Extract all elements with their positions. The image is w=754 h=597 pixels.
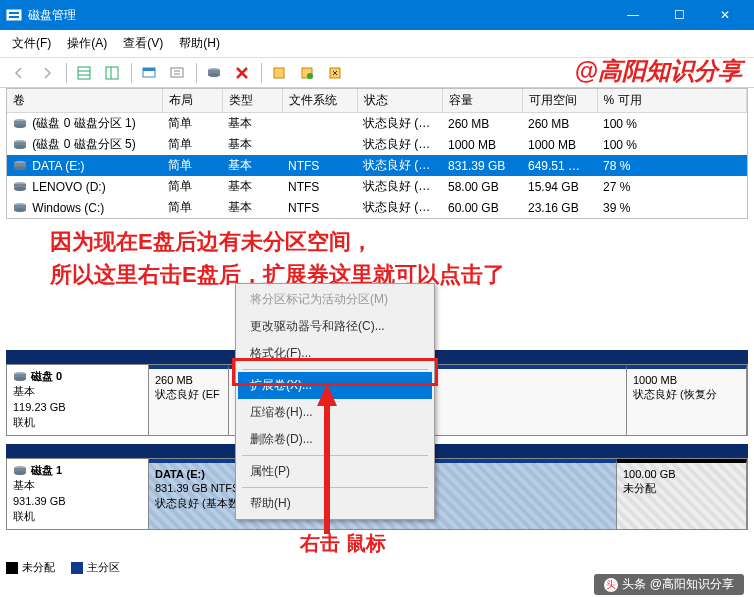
- table-row[interactable]: (磁盘 0 磁盘分区 1)简单基本状态良好 (…260 MB260 MB100 …: [7, 113, 747, 135]
- svg-point-31: [14, 187, 26, 191]
- svg-rect-10: [171, 68, 183, 77]
- svg-rect-2: [9, 16, 19, 18]
- volume-icon: [13, 139, 27, 151]
- svg-rect-1: [9, 12, 19, 14]
- legend-unalloc-swatch: [6, 562, 18, 574]
- col-percent[interactable]: % 可用: [597, 89, 747, 113]
- watermark-top: @高阳知识分享: [575, 55, 742, 87]
- disk-0-info: 磁盘 0 基本 119.23 GB 联机: [7, 365, 149, 435]
- svg-point-40: [14, 471, 26, 475]
- volume-icon: [13, 202, 27, 214]
- refresh-button[interactable]: [136, 61, 162, 85]
- ctx-mark-active: 将分区标记为活动分区(M): [238, 286, 432, 313]
- svg-point-34: [14, 208, 26, 212]
- svg-rect-9: [143, 68, 155, 71]
- col-volume[interactable]: 卷: [7, 89, 162, 113]
- view-list-button[interactable]: [71, 61, 97, 85]
- menu-bar: 文件(F) 操作(A) 查看(V) 帮助(H): [0, 30, 754, 58]
- maximize-button[interactable]: ☐: [656, 0, 702, 30]
- ctx-change-drive-letter[interactable]: 更改驱动器号和路径(C)...: [238, 313, 432, 340]
- svg-point-25: [14, 145, 26, 149]
- disk0-partition-recovery[interactable]: 1000 MB 状态良好 (恢复分: [627, 365, 747, 435]
- table-row[interactable]: LENOVO (D:)简单基本NTFS状态良好 (…58.00 GB15.94 …: [7, 176, 747, 197]
- action2-button[interactable]: [294, 61, 320, 85]
- menu-view[interactable]: 查看(V): [115, 32, 171, 55]
- table-row[interactable]: (磁盘 0 磁盘分区 5)简单基本状态良好 (…1000 MB1000 MB10…: [7, 134, 747, 155]
- disk-1-info: 磁盘 1 基本 931.39 GB 联机: [7, 459, 149, 529]
- svg-rect-16: [274, 68, 284, 78]
- table-row[interactable]: Windows (C:)简单基本NTFS状态良好 (…60.00 GB23.16…: [7, 197, 747, 218]
- volume-icon: [13, 160, 27, 172]
- disk-button[interactable]: [201, 61, 227, 85]
- menu-file[interactable]: 文件(F): [4, 32, 59, 55]
- volume-table: 卷 布局 类型 文件系统 状态 容量 可用空间 % 可用 (磁盘 0 磁盘分区 …: [6, 88, 748, 219]
- annotation-middle: 因为现在E盘后边有未分区空间， 所以这里右击E盘后，扩展券这里就可以点击了: [50, 225, 505, 291]
- svg-point-22: [14, 124, 26, 128]
- svg-point-18: [307, 73, 313, 79]
- svg-rect-6: [106, 67, 118, 79]
- col-free[interactable]: 可用空间: [522, 89, 597, 113]
- toutiao-icon: 头: [604, 578, 618, 592]
- properties-button[interactable]: [164, 61, 190, 85]
- volume-icon: [13, 181, 27, 193]
- annotation-arrow: [314, 384, 340, 534]
- forward-button[interactable]: [34, 61, 60, 85]
- legend-primary-swatch: [71, 562, 83, 574]
- footer-watermark: 头 头条 @高阳知识分享: [594, 574, 744, 595]
- delete-button[interactable]: [229, 61, 255, 85]
- table-header-row: 卷 布局 类型 文件系统 状态 容量 可用空间 % 可用: [7, 89, 747, 113]
- svg-point-15: [208, 73, 220, 77]
- highlight-frame: [232, 358, 438, 386]
- col-layout[interactable]: 布局: [162, 89, 222, 113]
- title-bar: 磁盘管理 — ☐ ✕: [0, 0, 754, 30]
- disk0-partition-0[interactable]: 260 MB 状态良好 (EF: [149, 365, 229, 435]
- close-button[interactable]: ✕: [702, 0, 748, 30]
- disk1-unallocated[interactable]: 100.00 GB 未分配: [617, 459, 747, 529]
- app-icon: [6, 7, 22, 23]
- col-filesystem[interactable]: 文件系统: [282, 89, 357, 113]
- col-capacity[interactable]: 容量: [442, 89, 522, 113]
- svg-rect-0: [7, 10, 21, 20]
- svg-point-37: [14, 377, 26, 381]
- window-title: 磁盘管理: [28, 7, 610, 24]
- svg-point-28: [14, 166, 26, 170]
- view-detail-button[interactable]: [99, 61, 125, 85]
- svg-rect-3: [78, 67, 90, 79]
- annotation-arrow-label: 右击 鼠标: [300, 530, 386, 557]
- action1-button[interactable]: [266, 61, 292, 85]
- menu-help[interactable]: 帮助(H): [171, 32, 228, 55]
- back-button[interactable]: [6, 61, 32, 85]
- action3-button[interactable]: [322, 61, 348, 85]
- volume-icon: [13, 118, 27, 130]
- legend: 未分配 主分区: [6, 560, 120, 575]
- table-row[interactable]: DATA (E:)简单基本NTFS状态良好 (…831.39 GB649.51 …: [7, 155, 747, 176]
- minimize-button[interactable]: —: [610, 0, 656, 30]
- menu-action[interactable]: 操作(A): [59, 32, 115, 55]
- col-type[interactable]: 类型: [222, 89, 282, 113]
- col-status[interactable]: 状态: [357, 89, 442, 113]
